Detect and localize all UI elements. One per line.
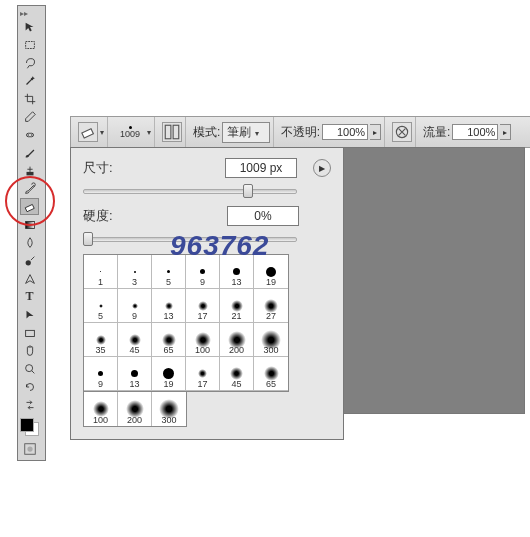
opacity-label: 不透明: xyxy=(281,124,320,141)
brush-preset-size: 300 xyxy=(263,345,278,355)
size-input[interactable]: 1009 px xyxy=(225,158,297,178)
brush-preset[interactable]: 100 xyxy=(186,323,220,357)
opacity-arrow[interactable]: ▸ xyxy=(370,124,381,140)
tool-rect-marquee[interactable] xyxy=(20,36,39,53)
brush-preset[interactable]: 65 xyxy=(254,357,288,391)
tool-lasso[interactable] xyxy=(20,54,39,71)
tool-spot-heal[interactable] xyxy=(20,126,39,143)
tool-rotate-view[interactable] xyxy=(20,378,39,395)
tool-eraser[interactable] xyxy=(20,198,39,215)
brush-preset-size: 100 xyxy=(93,415,108,425)
brush-preset[interactable]: 17 xyxy=(186,357,220,391)
document-canvas[interactable] xyxy=(320,147,525,414)
svg-point-11 xyxy=(27,446,32,451)
opacity-input[interactable]: 100% xyxy=(322,124,368,140)
hardness-input[interactable]: 0% xyxy=(227,206,299,226)
quick-mask-icon[interactable] xyxy=(20,440,39,457)
brush-preset-size: 19 xyxy=(266,277,276,287)
color-swatches[interactable] xyxy=(20,418,39,436)
tool-magic-wand[interactable] xyxy=(20,72,39,89)
brush-preset-size: 21 xyxy=(231,311,241,321)
brush-preset[interactable]: 21 xyxy=(220,289,254,323)
brush-preset-popover: 尺寸: 1009 px ▶ 硬度: 0% 1359131959131721273… xyxy=(70,147,344,440)
brush-preset-picker[interactable]: 1009 xyxy=(115,126,145,139)
brush-preset[interactable]: 45 xyxy=(220,357,254,391)
svg-rect-6 xyxy=(25,221,34,228)
airbrush-icon[interactable] xyxy=(392,122,412,142)
brush-preset[interactable]: 19 xyxy=(254,255,288,289)
hardness-slider[interactable] xyxy=(83,232,331,244)
brush-preset-size: 65 xyxy=(266,379,276,389)
tool-preset-caret[interactable]: ▾ xyxy=(100,128,104,137)
svg-rect-12 xyxy=(82,129,94,138)
brush-preset-size: 9 xyxy=(132,311,137,321)
brush-preset[interactable]: 13 xyxy=(220,255,254,289)
brush-preset-grid: 1359131959131721273545651002003009131917… xyxy=(83,254,289,392)
brush-preset[interactable]: 5 xyxy=(152,255,186,289)
tool-zoom[interactable] xyxy=(20,360,39,377)
brush-preset[interactable]: 300 xyxy=(254,323,288,357)
brush-preset[interactable]: 3 xyxy=(118,255,152,289)
eraser-icon[interactable] xyxy=(78,122,98,142)
brush-preset[interactable]: 19 xyxy=(152,357,186,391)
tool-eyedropper[interactable] xyxy=(20,108,39,125)
tool-blur[interactable] xyxy=(20,234,39,251)
toolbar-grip[interactable]: ▸▸ xyxy=(20,9,43,17)
brush-preset[interactable]: 9 xyxy=(186,255,220,289)
svg-point-9 xyxy=(25,364,32,371)
flow-arrow[interactable]: ▸ xyxy=(500,124,511,140)
brush-preset-size: 5 xyxy=(166,277,171,287)
brush-preset-size: 27 xyxy=(266,311,276,321)
flow-input[interactable]: 100% xyxy=(452,124,498,140)
flow-label: 流量: xyxy=(423,124,450,141)
flyout-menu-icon[interactable]: ▶ xyxy=(313,159,331,177)
brush-preset[interactable]: 1 xyxy=(84,255,118,289)
brush-preset-size: 1 xyxy=(98,277,103,287)
brush-preset[interactable]: 200 xyxy=(220,323,254,357)
brush-preset-size: 45 xyxy=(231,379,241,389)
brush-preset-size: 5 xyxy=(98,311,103,321)
tool-crop[interactable] xyxy=(20,90,39,107)
tool-switch[interactable] xyxy=(20,396,39,413)
size-slider[interactable] xyxy=(83,184,331,196)
tool-brush[interactable] xyxy=(20,144,39,161)
brush-preset-size: 9 xyxy=(98,379,103,389)
brush-preset[interactable]: 100 xyxy=(84,392,118,426)
brush-preset-size: 17 xyxy=(197,311,207,321)
brush-preset-size: 17 xyxy=(197,379,207,389)
brush-preset[interactable]: 9 xyxy=(118,289,152,323)
brush-preset[interactable]: 5 xyxy=(84,289,118,323)
svg-point-7 xyxy=(25,260,30,265)
brush-preset-size: 13 xyxy=(129,379,139,389)
brush-preset[interactable]: 45 xyxy=(118,323,152,357)
tool-gradient[interactable] xyxy=(20,216,39,233)
brush-preset[interactable]: 13 xyxy=(152,289,186,323)
mode-select[interactable]: 筆刷 ▾ xyxy=(222,122,269,143)
brush-preset[interactable]: 35 xyxy=(84,323,118,357)
brush-preset[interactable]: 9 xyxy=(84,357,118,391)
brush-preset[interactable]: 300 xyxy=(152,392,186,426)
brush-preset-size: 35 xyxy=(95,345,105,355)
brush-preset[interactable]: 200 xyxy=(118,392,152,426)
brush-preset[interactable]: 65 xyxy=(152,323,186,357)
tool-hand[interactable] xyxy=(20,342,39,359)
brush-preset-size: 13 xyxy=(231,277,241,287)
brush-preview-size: 1009 xyxy=(120,129,140,139)
tool-path-select[interactable] xyxy=(20,306,39,323)
brush-panel-toggle-icon[interactable] xyxy=(162,122,182,142)
tool-type[interactable]: T xyxy=(20,288,39,305)
brush-preset-size: 19 xyxy=(163,379,173,389)
tool-move[interactable] xyxy=(20,18,39,35)
brush-preset[interactable]: 27 xyxy=(254,289,288,323)
brush-preset[interactable]: 17 xyxy=(186,289,220,323)
brush-preset[interactable]: 13 xyxy=(118,357,152,391)
tools-panel: ▸▸T xyxy=(17,5,46,461)
tool-rectangle[interactable] xyxy=(20,324,39,341)
tool-dodge[interactable] xyxy=(20,252,39,269)
brush-preset-grid-extra: 100200300 xyxy=(83,392,187,427)
tool-history-brush[interactable] xyxy=(20,180,39,197)
brush-picker-caret[interactable]: ▾ xyxy=(147,128,151,137)
tool-clone-stamp[interactable] xyxy=(20,162,39,179)
svg-point-2 xyxy=(27,134,28,135)
tool-pen[interactable] xyxy=(20,270,39,287)
